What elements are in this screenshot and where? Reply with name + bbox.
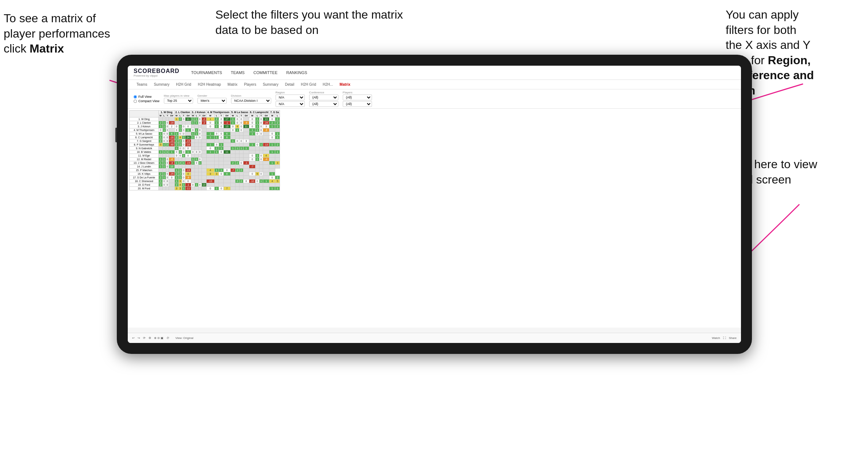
nav-tournaments[interactable]: TOURNAMENTS <box>191 70 222 76</box>
watch-button[interactable]: Watch <box>712 336 720 340</box>
matrix-cell: 1 <box>191 161 195 165</box>
matrix-cell <box>198 169 201 172</box>
players-select-1[interactable]: (All) <box>343 94 372 100</box>
matrix-cell <box>201 128 206 132</box>
matrix-cell <box>214 154 219 158</box>
view-options: Full View Compact View <box>134 95 160 103</box>
region-select-2[interactable]: N/A <box>276 101 305 107</box>
matrix-cell: -24 <box>263 121 269 125</box>
matrix-cell <box>162 154 166 158</box>
matrix-cell <box>243 158 249 161</box>
matrix-cell: 0 <box>191 150 195 154</box>
sub-nav: Teams Summary H2H Grid H2H Heatmap Matri… <box>128 80 741 89</box>
matrix-cell <box>256 169 259 172</box>
matrix-cell: 6 <box>169 132 174 136</box>
matrix-cell: 2 <box>178 161 182 165</box>
screen-icon[interactable]: ⛶ <box>723 336 726 340</box>
matrix-cell <box>249 139 255 143</box>
matrix-cell: 0 <box>269 136 275 139</box>
matrix-cell: 0 <box>162 139 166 143</box>
subnav-matrix-active[interactable]: Matrix <box>337 81 353 88</box>
matrix-cell: 1 <box>269 161 275 165</box>
ann-left-line3-bold: Matrix <box>30 42 64 55</box>
matrix-cell <box>243 143 249 147</box>
matrix-cell: 1 <box>269 172 275 176</box>
max-players-select[interactable]: Top 25 <box>164 98 193 104</box>
refresh-icon[interactable]: ⟳ <box>143 336 146 340</box>
subnav-summary2[interactable]: Summary <box>260 81 281 88</box>
wlt-w6: W <box>249 114 255 117</box>
filters-bar: Full View Compact View Max players in vi… <box>128 89 741 109</box>
subnav-summary[interactable]: Summary <box>151 81 172 88</box>
matrix-cell <box>191 147 195 150</box>
matrix-cell <box>263 172 269 176</box>
matrix-cell <box>191 139 195 143</box>
subnav-teams[interactable]: Teams <box>134 81 150 88</box>
region-select-1[interactable]: N/A <box>276 94 305 100</box>
matrix-cell: 3 <box>206 172 214 176</box>
matrix-cell <box>269 139 275 143</box>
matrix-cell: 1 <box>214 136 219 139</box>
matrix-cell <box>174 158 178 161</box>
timer-icon[interactable]: ⏱ <box>166 336 169 340</box>
zoom-controls[interactable]: ⊕ ⊖ ▣ <box>154 336 164 340</box>
matrix-cell: 0 <box>249 158 255 161</box>
matrix-cell <box>263 165 269 169</box>
subnav-h2h-grid2[interactable]: H2H Grid <box>298 81 319 88</box>
matrix-cell: -19 <box>185 169 191 172</box>
matrix-cell: 1 <box>162 172 166 176</box>
conference-select-1[interactable]: (All) <box>309 94 338 100</box>
subnav-matrix[interactable]: Matrix <box>224 81 240 88</box>
matrix-cell <box>263 183 269 187</box>
wlt-w3: W <box>191 114 195 117</box>
undo-icon[interactable]: ↩ <box>132 336 135 340</box>
matrix-cell: 4 <box>185 172 191 176</box>
gender-select[interactable]: Men's <box>197 98 227 104</box>
share-button[interactable]: Share <box>729 336 737 340</box>
subnav-detail[interactable]: Detail <box>282 81 297 88</box>
matrix-cell: 1 <box>206 117 214 121</box>
matrix-cell <box>263 176 269 180</box>
subnav-players[interactable]: Players <box>241 81 259 88</box>
matrix-cell <box>249 176 255 180</box>
matrix-cell: 0 <box>239 125 243 128</box>
matrix-cell: 1 <box>174 147 178 150</box>
matrix-cell: 11 <box>185 117 191 121</box>
division-select[interactable]: NCAA Division I <box>231 98 271 104</box>
subnav-h2h-heatmap[interactable]: H2H Heatmap <box>195 81 224 88</box>
logo-title: SCOREBOARD <box>134 68 180 74</box>
player-row-name: 19. D Ford <box>130 183 159 187</box>
nav-committee[interactable]: COMMITTEE <box>253 70 277 76</box>
matrix-cell: 7 <box>223 187 230 190</box>
matrix-cell: 1 <box>230 121 235 125</box>
matrix-cell: 1 <box>230 117 235 121</box>
subnav-h2h-grid[interactable]: H2H Grid <box>173 81 194 88</box>
player-row-name: 18. C Sherwood <box>130 180 159 183</box>
subnav-h2h-more[interactable]: H2H... <box>320 81 336 88</box>
matrix-cell: 1 <box>162 176 166 180</box>
matrix-container[interactable]: 1. W Ding 2. L Clanton 3. J Koivun 4. M … <box>128 109 741 328</box>
matrix-cell <box>201 169 206 172</box>
matrix-cell: 1 <box>195 121 198 125</box>
nav-rankings[interactable]: RANKINGS <box>286 70 307 76</box>
matrix-cell: 0 <box>214 143 219 147</box>
wlt-d3: Dif <box>201 114 206 117</box>
players-select-2[interactable]: (All) <box>343 101 372 107</box>
matrix-cell <box>256 147 259 150</box>
wlt-t6: T <box>259 114 263 117</box>
matrix-cell: 0 <box>166 158 169 161</box>
settings-icon[interactable]: ⚙ <box>149 336 151 340</box>
matrix-cell <box>223 180 230 183</box>
matrix-cell: -6 <box>169 158 174 161</box>
compact-view-option[interactable]: Compact View <box>134 99 160 103</box>
full-view-option[interactable]: Full View <box>134 95 160 99</box>
matrix-cell <box>178 158 182 161</box>
tablet-frame: SCOREBOARD Powered by clippd TOURNAMENTS… <box>117 55 752 354</box>
redo-icon[interactable]: ↪ <box>138 336 140 340</box>
matrix-cell <box>275 128 280 132</box>
matrix-cell: 1 <box>182 183 185 187</box>
matrix-cell <box>198 172 201 176</box>
conference-select-2[interactable]: (All) <box>309 101 338 107</box>
matrix-cell: 1 <box>214 169 219 172</box>
nav-teams[interactable]: TEAMS <box>231 70 245 76</box>
